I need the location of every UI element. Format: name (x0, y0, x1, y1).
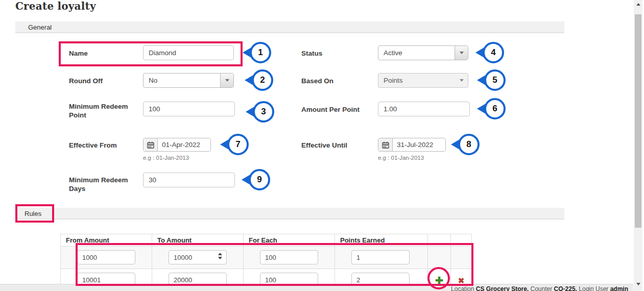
points-earned-cell (335, 247, 428, 269)
minimum-redeem-days-input[interactable] (143, 173, 235, 187)
spinner-down-icon[interactable] (218, 257, 222, 259)
status-bar: Location CS Grocery Store, Counter CO-22… (0, 284, 633, 291)
for-each-cell (244, 247, 335, 269)
number-stepper[interactable] (218, 253, 222, 259)
name-input[interactable] (143, 45, 234, 60)
remove-rule-button[interactable]: ✖ (458, 273, 465, 284)
login-user-value: admin (610, 285, 628, 291)
callout-1: 1 (243, 42, 271, 63)
column-header-remove (451, 234, 472, 247)
callout-number: 3 (261, 107, 266, 117)
scrollbar-down-button[interactable] (634, 280, 642, 288)
column-header-add (428, 234, 451, 247)
based-on-select-value: Points (378, 77, 456, 84)
effective-until-field (378, 138, 446, 152)
effective-until-label: Effective Until (301, 141, 370, 150)
location-label: Location (451, 285, 474, 291)
status-dropdown-arrow-button[interactable] (455, 46, 468, 60)
chevron-down-icon (225, 79, 229, 82)
minimum-redeem-point-label: Minimum Redeem Point (69, 102, 130, 119)
counter-value: CO-225, (554, 285, 577, 291)
round-off-dropdown-arrow-button[interactable] (220, 74, 233, 87)
callout-6: 6 (477, 98, 506, 119)
section-general[interactable]: General (15, 21, 564, 33)
for-each-input[interactable] (260, 250, 318, 264)
remove-cell (451, 247, 472, 269)
callout-3: 3 (246, 101, 274, 123)
scrollbar[interactable] (634, 0, 642, 291)
effective-until-calendar-button[interactable] (378, 138, 393, 151)
scrollbar-up-icon (636, 3, 640, 6)
effective-from-label: Effective From (69, 141, 133, 150)
column-header-from-amount: From Amount (61, 234, 152, 247)
column-header-to-amount: To Amount (152, 234, 244, 247)
rules-table-header-row: From Amount To Amount For Each Points Ea… (61, 234, 472, 247)
from-amount-input[interactable] (77, 250, 135, 264)
section-rules[interactable]: Rules (15, 208, 564, 220)
status-bar-text: Location CS Grocery Store, Counter CO-22… (451, 285, 628, 291)
round-off-label: Round Off (69, 77, 133, 85)
location-value: CS Grocery Store, (476, 285, 529, 291)
callout-5: 5 (477, 69, 506, 91)
callout-number: 9 (257, 175, 261, 185)
callout-number: 2 (260, 75, 265, 85)
callout-number: 7 (235, 139, 240, 150)
callout-number: 1 (258, 47, 263, 58)
round-off-select-value: No (144, 77, 220, 84)
counter-label: Counter (531, 285, 553, 291)
chevron-down-icon (460, 52, 464, 54)
create-loyalty-page: Create loyalty General Name Status Activ… (0, 0, 644, 291)
minimum-redeem-days-label: Minimum Redeem Days (69, 176, 130, 193)
chevron-down-icon (460, 79, 464, 82)
column-header-points-earned: Points Earned (335, 234, 428, 247)
callout-9: 9 (242, 169, 270, 190)
callout-number: 6 (492, 104, 497, 114)
section-general-label: General (15, 21, 564, 33)
callout-8: 8 (451, 134, 480, 155)
callout-2: 2 (245, 69, 273, 91)
round-off-select[interactable]: No (143, 73, 234, 88)
login-user-label: Login User (579, 285, 608, 291)
rule-row-1 (61, 247, 472, 269)
spinner-up-icon[interactable] (218, 253, 222, 255)
calendar-icon (147, 141, 154, 149)
callout-number: 5 (492, 75, 497, 85)
scrollbar-up-button[interactable] (634, 0, 642, 8)
page-title: Create loyalty (15, 0, 96, 12)
minimum-redeem-point-input[interactable] (143, 102, 235, 116)
section-rules-label: Rules (15, 208, 564, 220)
amount-per-point-input[interactable] (378, 102, 470, 116)
callout-4: 4 (475, 42, 504, 63)
effective-from-field (143, 138, 211, 152)
to-amount-cell (152, 247, 244, 269)
based-on-select[interactable]: Points (378, 73, 468, 88)
points-earned-input[interactable] (351, 250, 410, 264)
effective-until-hint: e.g : 01-Jan-2013 (378, 155, 424, 161)
status-label: Status (301, 49, 370, 58)
amount-per-point-label: Amount Per Point (301, 105, 373, 114)
add-cell (428, 247, 451, 269)
calendar-icon (382, 141, 389, 149)
effective-from-input[interactable] (158, 138, 210, 151)
column-header-for-each: For Each (244, 234, 335, 247)
scrollbar-down-icon (636, 283, 640, 285)
effective-from-calendar-button[interactable] (144, 138, 158, 151)
name-label: Name (69, 49, 133, 58)
from-amount-cell (61, 247, 152, 269)
callout-7: 7 (220, 134, 249, 155)
based-on-label: Based On (301, 77, 370, 85)
effective-until-input[interactable] (393, 138, 445, 151)
status-select[interactable]: Active (378, 45, 468, 60)
effective-from-hint: e.g : 01-Jan-2013 (143, 155, 189, 161)
callout-number: 8 (466, 139, 471, 150)
rules-table: From Amount To Amount For Each Points Ea… (60, 234, 472, 291)
scrollbar-thumb[interactable] (635, 14, 641, 228)
based-on-dropdown-arrow (456, 79, 468, 82)
callout-number: 4 (491, 47, 495, 58)
status-select-value: Active (378, 49, 455, 57)
